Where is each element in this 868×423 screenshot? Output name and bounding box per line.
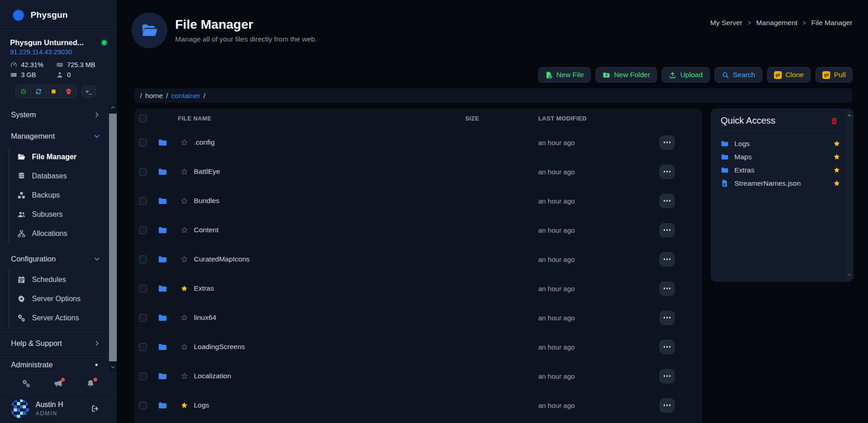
clear-quick-access-icon[interactable] [830, 117, 838, 125]
column-header-size[interactable]: SIZE [465, 115, 538, 122]
row-actions-button[interactable] [660, 223, 675, 237]
sidebar-item-subusers[interactable]: Subusers [10, 205, 109, 224]
row-actions-button[interactable] [660, 340, 675, 354]
sidebar-item-databases[interactable]: Databases [10, 167, 109, 186]
star-outline-icon[interactable] [181, 197, 188, 204]
restart-button[interactable] [31, 85, 46, 98]
sidebar-item-label: Allocations [32, 230, 67, 238]
sidebar-item-schedules[interactable]: Schedules [10, 270, 109, 289]
schedules-icon [17, 276, 26, 284]
row-checkbox[interactable] [139, 197, 147, 205]
file-name-cell[interactable]: Extras [155, 284, 465, 293]
star-filled-icon[interactable] [833, 140, 840, 147]
upload-button[interactable]: Upload [662, 67, 709, 83]
star-outline-icon[interactable] [181, 314, 188, 321]
brand[interactable]: Physgun [0, 0, 117, 31]
sidebar-item-server-actions[interactable]: Server Actions [10, 308, 109, 328]
scroll-down-icon[interactable] [847, 271, 852, 279]
user-panel[interactable]: Austin H ADMIN [0, 393, 117, 423]
column-header-modified[interactable]: LAST MODIFIED [538, 115, 659, 122]
folder-icon [158, 196, 167, 206]
notifications-icon[interactable] [86, 379, 95, 388]
row-checkbox[interactable] [139, 314, 147, 322]
star-outline-icon[interactable] [181, 168, 188, 175]
row-checkbox[interactable] [139, 343, 147, 351]
quick-access-item-logs[interactable]: Logs [721, 137, 840, 150]
sidebar-item-file-manager[interactable]: File Manager [10, 147, 109, 167]
file-name-cell[interactable]: Localization [155, 371, 465, 381]
file-name-cell[interactable]: CuratedMapIcons [155, 255, 465, 264]
row-checkbox[interactable] [139, 372, 147, 380]
row-actions-button[interactable] [660, 252, 675, 266]
search-icon [722, 71, 729, 79]
gears-icon [17, 314, 26, 322]
console-button[interactable]: >_ [82, 85, 96, 98]
file-name-cell[interactable]: Bundles [155, 196, 465, 206]
file-name-cell[interactable]: LoadingScreens [155, 342, 465, 352]
breadcrumb-item-my-server[interactable]: My Server [710, 19, 743, 27]
row-checkbox[interactable] [139, 168, 147, 176]
star-outline-icon[interactable] [181, 226, 188, 234]
start-button[interactable] [16, 85, 31, 98]
file-name-cell[interactable]: Content [155, 225, 465, 235]
scroll-down-icon[interactable] [110, 362, 115, 373]
sidebar-section-configuration[interactable]: Configuration [0, 248, 109, 269]
quick-access-item-extras[interactable]: Extras [721, 163, 840, 177]
star-outline-icon[interactable] [181, 256, 188, 263]
scrollbar-thumb[interactable] [109, 114, 117, 361]
star-filled-icon[interactable] [181, 285, 188, 292]
sidebar-item-backups[interactable]: Backups [10, 186, 109, 205]
sidebar-section-help-support[interactable]: Help & Support [0, 333, 109, 354]
sidebar-section-administrate[interactable]: Administrate [0, 354, 109, 373]
path-segment-container[interactable]: container [171, 92, 200, 100]
star-filled-icon[interactable] [833, 153, 840, 160]
sidebar-item-server-options[interactable]: Server Options [10, 289, 109, 308]
sidebar-item-allocations[interactable]: Allocations [10, 224, 109, 243]
row-checkbox[interactable] [139, 402, 147, 409]
quick-access-item-streamernames-json[interactable]: StreamerNames.json [721, 177, 840, 190]
server-ip[interactable]: 91.229.114.43:29030 [10, 48, 107, 56]
star-filled-icon[interactable] [833, 180, 840, 187]
row-actions-button[interactable] [660, 282, 675, 296]
stop-button[interactable] [46, 85, 61, 98]
column-header-name[interactable]: FILE NAME [155, 115, 465, 122]
star-outline-icon[interactable] [181, 372, 188, 380]
row-checkbox[interactable] [139, 139, 147, 146]
row-actions-button[interactable] [660, 398, 675, 413]
scroll-up-icon[interactable] [847, 111, 852, 120]
row-checkbox[interactable] [139, 226, 147, 234]
row-actions-button[interactable] [660, 311, 675, 325]
search-button[interactable]: Search [715, 67, 762, 83]
row-checkbox[interactable] [139, 285, 147, 292]
row-actions-button[interactable] [660, 136, 675, 150]
quick-access-scrollbar[interactable] [846, 110, 852, 281]
file-name-cell[interactable]: BattlEye [155, 167, 465, 177]
sidebar-section-management[interactable]: Management [0, 125, 109, 146]
logout-icon[interactable] [91, 404, 99, 413]
breadcrumb-item-management[interactable]: Management [756, 19, 797, 27]
pull-button[interactable]: gitPull [816, 67, 852, 83]
new-file-button[interactable]: New File [538, 67, 591, 83]
file-name-cell[interactable]: .config [155, 138, 465, 147]
kill-button[interactable] [61, 85, 76, 98]
breadcrumb-item-file-manager[interactable]: File Manager [811, 19, 852, 27]
clone-button[interactable]: gitClone [767, 67, 811, 83]
star-filled-icon[interactable] [181, 402, 188, 409]
star-outline-icon[interactable] [181, 139, 188, 146]
quick-access-item-maps[interactable]: Maps [721, 150, 840, 163]
sidebar-section-system[interactable]: System [0, 104, 109, 125]
select-all-checkbox[interactable] [139, 115, 147, 122]
row-checkbox[interactable] [139, 256, 147, 263]
announcements-icon[interactable] [54, 379, 62, 388]
row-actions-button[interactable] [660, 165, 675, 179]
star-filled-icon[interactable] [833, 167, 840, 173]
file-name-cell[interactable]: Logs [155, 401, 465, 410]
file-name-cell[interactable]: linux64 [155, 313, 465, 323]
sidebar-scrollbar[interactable] [109, 104, 117, 373]
scroll-up-icon[interactable] [110, 104, 115, 113]
row-actions-button[interactable] [660, 369, 675, 383]
row-actions-button[interactable] [660, 194, 675, 208]
settings-icon[interactable] [22, 379, 31, 388]
new-folder-button[interactable]: New Folder [596, 67, 657, 83]
star-outline-icon[interactable] [181, 343, 188, 350]
